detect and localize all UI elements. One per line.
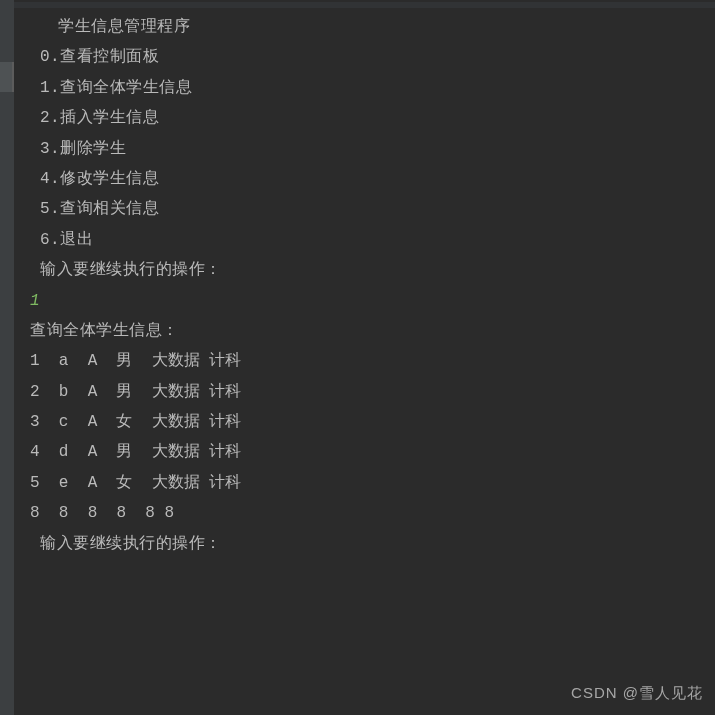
query-header: 查询全体学生信息：: [30, 316, 715, 346]
console-output: 学生信息管理程序 0.查看控制面板 1.查询全体学生信息 2.插入学生信息 3.…: [30, 0, 715, 559]
user-input[interactable]: 1: [30, 286, 715, 316]
table-row: 8 8 8 8 8 8: [30, 498, 715, 528]
sidebar-tab[interactable]: [0, 62, 14, 92]
ide-sidebar: [0, 0, 14, 715]
watermark: CSDN @雪人见花: [571, 679, 703, 708]
program-title: 学生信息管理程序: [30, 12, 715, 42]
prompt-text: 输入要继续执行的操作：: [30, 255, 715, 285]
menu-item: 6.退出: [30, 225, 715, 255]
table-row: 4 d A 男 大数据 计科: [30, 437, 715, 467]
top-divider: [0, 2, 715, 8]
table-row: 5 e A 女 大数据 计科: [30, 468, 715, 498]
table-row: 2 b A 男 大数据 计科: [30, 377, 715, 407]
table-row: 3 c A 女 大数据 计科: [30, 407, 715, 437]
menu-item: 1.查询全体学生信息: [30, 73, 715, 103]
menu-item: 0.查看控制面板: [30, 42, 715, 72]
table-row: 1 a A 男 大数据 计科: [30, 346, 715, 376]
menu-item: 5.查询相关信息: [30, 194, 715, 224]
menu-item: 2.插入学生信息: [30, 103, 715, 133]
menu-item: 4.修改学生信息: [30, 164, 715, 194]
menu-item: 3.删除学生: [30, 134, 715, 164]
prompt-text: 输入要继续执行的操作：: [30, 529, 715, 559]
